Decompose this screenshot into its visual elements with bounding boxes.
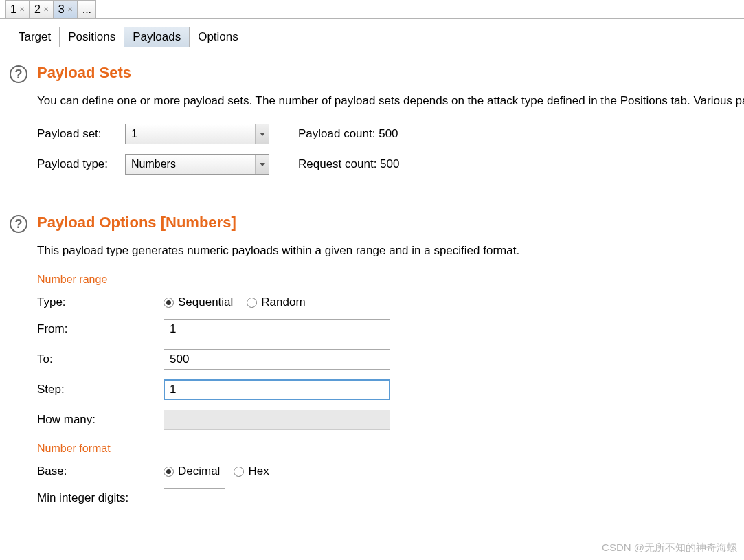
payload-type-select[interactable]: Numbers (125, 154, 269, 175)
payload-set-value: 1 (131, 128, 137, 140)
section-divider (10, 197, 744, 197)
base-label: Base: (37, 464, 164, 478)
type-label: Type: (37, 295, 164, 309)
help-icon[interactable]: ? (10, 215, 27, 233)
chevron-down-icon (255, 155, 269, 174)
payload-set-label: Payload set: (37, 127, 125, 141)
tab-positions[interactable]: Positions (59, 27, 124, 47)
step-label: Step: (37, 383, 164, 396)
radio-icon (234, 467, 244, 477)
how-many-input (164, 410, 390, 430)
step-input[interactable] (164, 379, 390, 400)
radio-sequential[interactable]: Sequential (164, 295, 233, 309)
payload-count: Payload count: 500 (298, 127, 398, 141)
session-tab-1[interactable]: 1 ✕ (5, 0, 30, 18)
session-tab-label: ... (82, 3, 91, 16)
tab-options[interactable]: Options (189, 27, 247, 47)
radio-icon (247, 298, 257, 308)
radio-random[interactable]: Random (247, 295, 305, 309)
request-count-value: 500 (380, 157, 399, 170)
radio-icon (164, 467, 174, 477)
watermark: CSDN @无所不知的神奇海螺 (602, 541, 737, 555)
how-many-label: How many: (37, 413, 164, 427)
from-label: From: (37, 322, 164, 336)
payload-sets-description: You can define one or more payload sets.… (37, 91, 744, 110)
radio-icon (164, 298, 174, 308)
radio-random-label: Random (261, 295, 305, 309)
payload-sets-heading: Payload Sets (37, 64, 744, 82)
radio-decimal[interactable]: Decimal (164, 464, 220, 478)
session-tab-3[interactable]: 3 ✕ (54, 0, 78, 18)
radio-hex[interactable]: Hex (234, 464, 269, 478)
number-format-heading: Number format (37, 443, 744, 455)
payload-type-label: Payload type: (37, 157, 125, 171)
close-icon[interactable]: ✕ (67, 6, 73, 13)
radio-hex-label: Hex (248, 464, 269, 478)
session-tab-new[interactable]: ... (78, 0, 96, 18)
to-label: To: (37, 352, 164, 366)
number-range-heading: Number range (37, 273, 744, 286)
session-tab-label: 2 (34, 3, 41, 16)
close-icon[interactable]: ✕ (43, 6, 49, 13)
request-count-label: Request count: (298, 157, 376, 170)
min-integer-digits-input[interactable] (164, 488, 225, 508)
payload-sets-section: ? Payload Sets You can define one or mor… (10, 64, 744, 184)
intruder-tabs: Target Positions Payloads Options (0, 27, 744, 47)
to-input[interactable] (164, 349, 390, 370)
payload-options-section: ? Payload Options [Numbers] This payload… (10, 214, 744, 518)
from-input[interactable] (164, 319, 390, 339)
payload-set-select[interactable]: 1 (125, 124, 269, 144)
payload-count-value: 500 (379, 127, 398, 140)
session-tab-label: 3 (58, 3, 65, 16)
session-tabs: 1 ✕ 2 ✕ 3 ✕ ... (0, 0, 744, 19)
session-tab-label: 1 (10, 3, 16, 16)
radio-decimal-label: Decimal (178, 464, 220, 478)
min-integer-digits-label: Min integer digits: (37, 491, 164, 505)
close-icon[interactable]: ✕ (19, 6, 25, 13)
session-tab-2[interactable]: 2 ✕ (30, 0, 54, 18)
payload-type-value: Numbers (131, 158, 176, 170)
radio-sequential-label: Sequential (178, 295, 233, 309)
tab-payloads[interactable]: Payloads (124, 27, 190, 47)
request-count: Request count: 500 (298, 157, 399, 171)
help-icon[interactable]: ? (10, 65, 27, 83)
chevron-down-icon (255, 124, 269, 144)
payload-options-heading: Payload Options [Numbers] (37, 214, 744, 232)
payload-count-label: Payload count: (298, 127, 375, 140)
payload-options-description: This payload type generates numeric payl… (37, 241, 744, 260)
tab-target[interactable]: Target (10, 27, 60, 47)
